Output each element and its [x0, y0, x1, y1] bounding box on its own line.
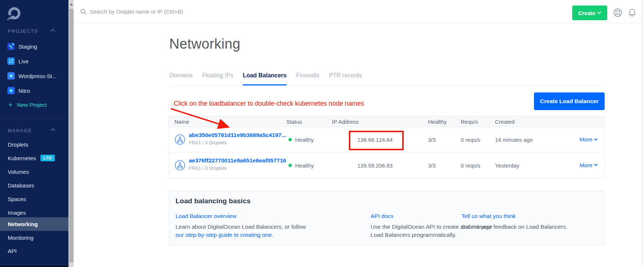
- sidebar-item-label: Networking: [8, 221, 38, 227]
- loadbalancer-icon: [175, 134, 185, 145]
- sidebar-item-label: Images: [8, 210, 26, 216]
- chevron-down-icon: [594, 137, 598, 141]
- create-load-balancer-button[interactable]: Create Load Balancer: [534, 92, 605, 110]
- sidebar-item-label: Droplets: [8, 141, 28, 148]
- sidebar-item-label: Spaces: [8, 196, 26, 202]
- manage-section-header[interactable]: MANAGE: [8, 128, 63, 134]
- more-label: More: [580, 162, 592, 169]
- bell-icon[interactable]: [627, 8, 637, 18]
- healthy-value: 3/3: [428, 137, 436, 143]
- loadbalancer-name-link[interactable]: ae376ff22770011e9a651e6eaf057716: [189, 157, 286, 164]
- tab-firewalls[interactable]: Firewalls: [296, 72, 319, 85]
- ip-value: 139.59.206.83: [357, 162, 393, 168]
- projects-header-label: PROJECTS: [8, 29, 38, 34]
- table-row[interactable]: ae376ff22770011e9a651e6eaf057716 FRA1 / …: [169, 152, 604, 178]
- basics-body-text: Load Balancers programmatically.: [371, 232, 456, 238]
- status-value: Healthy: [295, 162, 314, 168]
- sidebar-item-databases[interactable]: Databases: [0, 180, 68, 190]
- page-scrollbar[interactable]: [642, 0, 644, 267]
- sidebar-item-images[interactable]: Images: [0, 207, 68, 218]
- basics-column-feedback: Tell us what you think Submit your feedb…: [461, 212, 567, 231]
- nitro-project-icon: [7, 87, 15, 94]
- column-header-created: Created: [495, 119, 514, 125]
- create-button-label: Create: [578, 10, 595, 16]
- sidebar-item-label: API: [8, 248, 17, 254]
- manage-header-label: MANAGE: [8, 128, 32, 133]
- tab-ptr-records[interactable]: PTR records: [329, 72, 362, 85]
- sidebar-item-label: Live: [18, 58, 29, 64]
- sidebar-item-label: Monitoring: [8, 235, 33, 241]
- reqs-value: 0 reqs/s: [461, 137, 480, 143]
- tab-floating-ips[interactable]: Floating IPs: [202, 72, 233, 85]
- healthy-value: 3/3: [428, 162, 436, 168]
- step-by-step-guide-link[interactable]: our step-by-step guide to creating one.: [176, 232, 273, 238]
- sidebar-item-label: Volumes: [8, 169, 29, 175]
- sidebar-item-droplets[interactable]: Droplets: [0, 139, 68, 150]
- ltd-badge: LTD: [40, 155, 55, 162]
- scrollbar-thumb[interactable]: [69, 9, 74, 262]
- sidebar-scrollbar[interactable]: [68, 0, 74, 267]
- sidebar-item-api[interactable]: API: [0, 246, 68, 256]
- sidebar-item-volumes[interactable]: Volumes: [0, 166, 68, 177]
- new-project-button[interactable]: + New Project: [0, 99, 68, 110]
- sidebar-item-label: Databases: [8, 182, 34, 189]
- sidebar-item-project-wordpress[interactable]: Wordpress-St...: [0, 71, 68, 81]
- created-value: 14 minutes ago: [495, 137, 533, 143]
- loadbalancer-name-link[interactable]: abe350e05781d11e9b3689a5c4197...: [189, 132, 286, 138]
- column-header-status: Status: [286, 119, 302, 125]
- help-icon[interactable]: [613, 8, 622, 17]
- sidebar-item-project-live[interactable]: Live: [0, 56, 68, 66]
- sidebar-item-spaces[interactable]: Spaces: [0, 194, 68, 204]
- sidebar-divider: [0, 119, 68, 119]
- basics-column-overview: Load Balancer overview Learn about Digit…: [176, 212, 306, 239]
- search-input[interactable]: [90, 5, 259, 18]
- top-bar: Create: [74, 0, 644, 23]
- loadbalancer-region: FRA1 / 3 Droplets: [189, 165, 227, 171]
- tab-load-balancers[interactable]: Load Balancers: [243, 72, 287, 85]
- more-button[interactable]: More: [580, 136, 598, 143]
- load-balancer-overview-link[interactable]: Load Balancer overview: [176, 212, 306, 220]
- column-header-reqs: Reqs/s: [461, 119, 478, 125]
- more-button[interactable]: More: [580, 162, 598, 169]
- search-bar[interactable]: [80, 5, 259, 18]
- digitalocean-logo[interactable]: [7, 6, 22, 21]
- chevron-up-icon[interactable]: [50, 29, 55, 34]
- create-button[interactable]: Create: [572, 6, 607, 20]
- sidebar: PROJECTS Staging Live Wordpress-St... Ni…: [0, 0, 68, 267]
- sidebar-item-monitoring[interactable]: Monitoring: [0, 232, 68, 243]
- live-project-icon: [7, 57, 15, 65]
- sidebar-item-networking[interactable]: Networking: [0, 217, 68, 231]
- healthy-status-dot: [289, 164, 292, 167]
- page-title: Networking: [169, 36, 240, 52]
- projects-section-header[interactable]: PROJECTS: [8, 28, 63, 34]
- created-value: Yesterday: [495, 162, 519, 168]
- annotation-arrow: [166, 107, 236, 132]
- tabs: Domains Floating IPs Load Balancers Fire…: [169, 72, 362, 85]
- status-value: Healthy: [295, 137, 314, 143]
- annotation-note: Click on the loadbalancer to double-chec…: [174, 100, 364, 108]
- sidebar-item-label: Staging: [18, 43, 37, 50]
- loadbalancer-icon: [175, 160, 185, 171]
- load-balancing-basics-panel: Load balancing basics Load Balancer over…: [169, 191, 605, 245]
- digitalocean-control-panel: { "colors": { "accent_blue": "#0069ff", …: [0, 0, 644, 267]
- new-project-label: New Project: [17, 102, 47, 108]
- sidebar-item-label: Wordpress-St...: [18, 73, 57, 79]
- chevron-down-icon: [594, 162, 598, 166]
- chevron-up-icon[interactable]: [50, 128, 55, 133]
- basics-body-text: Learn about DigitalOcean Load Balancers,…: [176, 224, 306, 230]
- reqs-value: 0 reqs/s: [461, 162, 480, 168]
- tell-us-link[interactable]: Tell us what you think: [461, 212, 567, 220]
- wordpress-project-icon: [7, 72, 15, 80]
- scrollbar-up-arrow-icon[interactable]: [70, 3, 73, 6]
- sidebar-item-kubernetes[interactable]: Kubernetes LTD: [0, 153, 68, 163]
- tab-domains[interactable]: Domains: [169, 72, 192, 85]
- sidebar-item-label: Kubernetes: [8, 155, 36, 161]
- staging-project-icon: [7, 43, 15, 50]
- more-label: More: [580, 136, 592, 143]
- sidebar-item-project-staging[interactable]: Staging: [0, 41, 68, 52]
- basics-title: Load balancing basics: [176, 197, 251, 205]
- sidebar-item-project-nitro[interactable]: Nitro: [0, 85, 68, 96]
- column-header-ip: IP Address: [332, 119, 358, 125]
- chevron-down-icon: [597, 10, 601, 14]
- column-header-healthy: Healthy: [428, 119, 447, 125]
